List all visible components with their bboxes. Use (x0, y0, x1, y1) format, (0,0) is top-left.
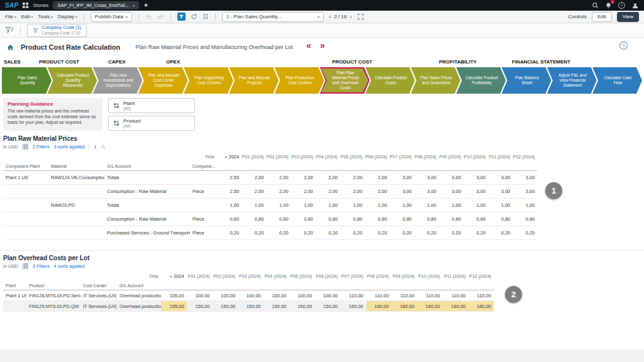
value-cell[interactable]: 3,00 (513, 185, 537, 199)
period-column-header[interactable]: P03 (2024) (291, 152, 316, 162)
value-cell[interactable]: 0,80 (340, 212, 365, 226)
filters-link[interactable]: 3 Filters (33, 263, 50, 269)
period-column-header[interactable]: P12 (2024) (468, 272, 494, 281)
value-cell[interactable]: 155,00 (161, 301, 187, 312)
fullscreen-icon[interactable] (357, 13, 364, 20)
period-column-header[interactable]: P10 (2024) (464, 152, 488, 162)
value-cell[interactable]: 2,00 (291, 185, 316, 199)
member-cell[interactable]: Piece (190, 212, 217, 226)
member-cell[interactable] (48, 226, 104, 240)
value-cell[interactable]: 150,00 (187, 301, 213, 312)
period-column-header[interactable]: P10 (2024) (417, 272, 443, 281)
value-cell[interactable]: 160,00 (366, 301, 392, 312)
member-cell[interactable]: Plant 1 US (3, 290, 26, 301)
value-cell[interactable]: 3,00 (439, 171, 464, 185)
value-cell[interactable]: 160,00 (391, 301, 417, 312)
member-cell[interactable] (3, 199, 48, 212)
value-cell[interactable]: 0,20 (414, 226, 439, 240)
product-filter-widget[interactable]: Product (All) (108, 116, 195, 131)
member-cell[interactable]: FIN126,MTS-DI,PD,SerialNo (26, 290, 80, 301)
avatar[interactable] (631, 2, 639, 9)
period-column-header[interactable]: P11 (2024) (488, 152, 513, 162)
member-cell[interactable] (190, 171, 217, 185)
table-settings-icon[interactable] (23, 144, 28, 150)
value-cell[interactable]: 0,20 (266, 226, 291, 240)
member-cell[interactable]: Piece (190, 226, 217, 240)
value-cell[interactable]: 100,00 (314, 290, 340, 301)
value-cell[interactable]: 100,00 (238, 290, 264, 301)
publish-data-button[interactable]: Publish Data▾ (91, 12, 132, 22)
process-step[interactable]: Plan and Allocate Projects (229, 67, 279, 94)
value-cell[interactable]: 1,00 (242, 199, 266, 212)
period-column-header[interactable]: P06 (2024) (314, 272, 340, 281)
value-cell[interactable]: 2,00 (316, 185, 340, 199)
member-cell[interactable] (48, 212, 104, 226)
period-column-header[interactable]: P03 (2024) (238, 272, 264, 281)
value-cell[interactable]: 160,00 (468, 301, 494, 312)
value-cell[interactable]: 1,00 (488, 199, 513, 212)
period-column-header[interactable]: P09 (2024) (391, 272, 417, 281)
period-column-header[interactable]: P11 (2024) (443, 272, 469, 281)
value-cell[interactable]: 150,00 (289, 301, 314, 312)
value-cell[interactable]: 160,00 (417, 301, 443, 312)
period-column-header[interactable]: P04 (2024) (316, 152, 340, 162)
period-column-header[interactable]: P08 (2024) (414, 152, 439, 162)
member-cell[interactable] (190, 199, 217, 212)
dimension-column-header[interactable]: Cost Center (80, 281, 117, 290)
value-cell[interactable]: 2,00 (291, 171, 316, 185)
value-cell[interactable]: 0,80 (389, 212, 414, 226)
dimension-column-header[interactable]: Plant (3, 281, 26, 290)
value-cell[interactable]: 2,50 (217, 171, 242, 185)
table-settings-icon[interactable] (23, 263, 28, 269)
value-cell[interactable]: 1,00 (513, 199, 537, 212)
menu-display[interactable]: Display▾ (58, 14, 77, 19)
controls-button[interactable]: Controls (568, 14, 587, 19)
menu-file[interactable]: File▾ (5, 14, 16, 19)
value-cell[interactable]: 0,80 (242, 212, 266, 226)
value-cell[interactable]: 0,20 (316, 226, 340, 240)
dimension-column-header[interactable]: Component Plant (3, 162, 48, 171)
period-column-header[interactable]: P02 (2024) (212, 272, 238, 281)
value-cell[interactable]: 160,00 (340, 301, 366, 312)
period-column-header[interactable]: P12 (2024) (513, 152, 537, 162)
value-cell[interactable]: 110,00 (468, 290, 494, 301)
process-step[interactable]: Plan Supporting Cost Centers (184, 67, 233, 94)
member-cell[interactable]: Consumption - Raw Material (104, 212, 190, 226)
year-column-header[interactable]: ▾2024 (217, 152, 242, 162)
value-cell[interactable]: 110,00 (340, 290, 366, 301)
period-column-header[interactable]: P09 (2024) (439, 152, 464, 162)
value-cell[interactable]: 2,00 (266, 185, 291, 199)
year-column-header[interactable]: ▾2024 (161, 272, 187, 281)
value-cell[interactable]: 0,20 (513, 226, 537, 240)
value-cell[interactable]: 0,80 (365, 212, 389, 226)
process-step[interactable]: Calculate Product Profitability (456, 67, 506, 94)
value-cell[interactable]: 110,00 (443, 290, 469, 301)
member-cell[interactable]: Totals (104, 199, 190, 212)
value-cell[interactable]: 3,00 (464, 171, 488, 185)
value-cell[interactable]: 110,00 (391, 290, 417, 301)
notifications-bell-icon[interactable] (605, 2, 612, 9)
value-cell[interactable]: 150,00 (238, 301, 264, 312)
value-cell[interactable]: 0,80 (414, 212, 439, 226)
value-cell[interactable]: 0,20 (242, 226, 266, 240)
favorite-star-icon[interactable]: ★ (143, 3, 148, 8)
value-cell[interactable]: 105,00 (161, 290, 187, 301)
period-column-header[interactable]: P04 (2024) (264, 272, 289, 281)
member-cell[interactable]: IT Services-(US) (80, 301, 117, 312)
member-cell[interactable] (3, 226, 48, 240)
member-cell[interactable] (3, 212, 48, 226)
value-cell[interactable]: 150,00 (314, 301, 340, 312)
value-cell[interactable]: 100,00 (212, 290, 238, 301)
value-cell[interactable]: 0,20 (389, 226, 414, 240)
member-cell[interactable]: Overhead production (117, 301, 161, 312)
period-column-header[interactable]: P05 (2024) (289, 272, 314, 281)
undo-icon[interactable] (145, 13, 152, 20)
value-cell[interactable]: 2,00 (316, 171, 340, 185)
member-cell[interactable]: FIN129,MTS-DI,PD,QM (26, 301, 80, 312)
edit-mode-button[interactable]: Edit (592, 12, 612, 22)
company-code-filter-token[interactable]: Company Code (1) Company Code 1710 (27, 24, 87, 37)
process-step[interactable]: Plan Sales Prices and Deductions (411, 67, 460, 94)
period-column-header[interactable]: P07 (2024) (340, 272, 366, 281)
member-cell[interactable]: IT Services-(US) (80, 290, 117, 301)
next-page-icon[interactable]: › (350, 14, 352, 20)
